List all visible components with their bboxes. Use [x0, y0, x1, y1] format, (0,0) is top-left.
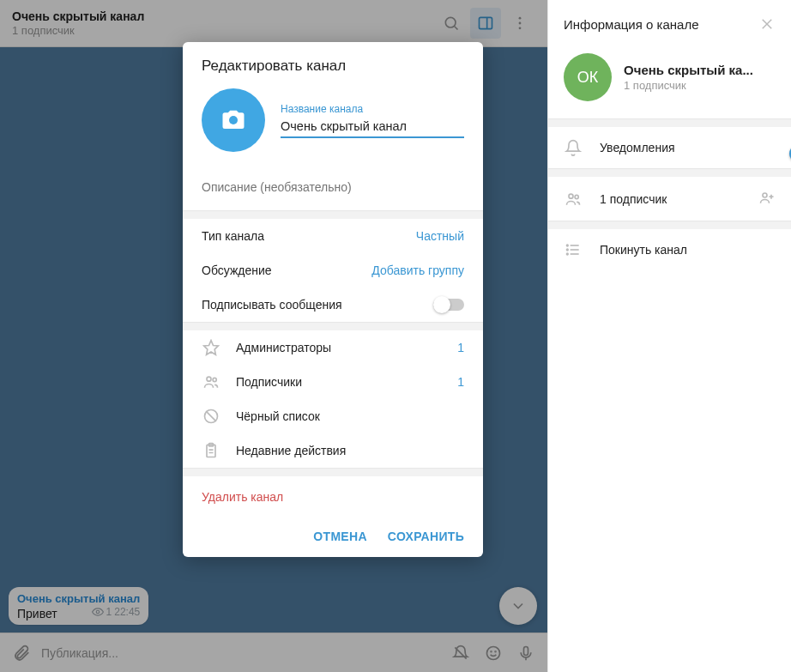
channel-name-input[interactable] — [281, 119, 464, 138]
discussion-label: Обсуждение — [202, 263, 272, 277]
ban-icon — [202, 408, 220, 425]
sign-messages-toggle[interactable] — [433, 299, 464, 311]
notifications-label: Уведомления — [600, 141, 675, 154]
people-icon — [202, 373, 220, 390]
clipboard-icon — [202, 442, 220, 459]
sidebar-channel-name: Очень скрытый ка... — [624, 63, 776, 77]
star-icon — [202, 339, 220, 356]
sidebar-title: Информация о канале — [564, 17, 698, 32]
svg-point-17 — [213, 378, 216, 381]
bell-icon — [564, 139, 583, 156]
blacklist-row[interactable]: Чёрный список — [183, 399, 483, 433]
blacklist-label: Чёрный список — [236, 409, 320, 423]
chat-area: Очень скрытый канал 1 подписчик Очень ск… — [0, 0, 547, 672]
recent-actions-label: Недавние действия — [236, 444, 346, 457]
delete-channel-button[interactable]: Удалить канал — [183, 476, 483, 518]
svg-line-19 — [206, 411, 216, 421]
svg-point-35 — [567, 249, 569, 251]
leave-channel-row[interactable]: Покинуть канал — [548, 229, 791, 270]
svg-point-16 — [207, 377, 211, 381]
camera-icon — [220, 107, 246, 133]
notifications-row[interactable]: Уведомления — [548, 127, 791, 168]
people-icon — [564, 191, 583, 208]
divider — [183, 210, 483, 219]
sign-messages-label: Подписывать сообщения — [202, 298, 342, 312]
channel-type-value: Частный — [416, 229, 464, 243]
svg-point-36 — [567, 253, 569, 255]
svg-point-28 — [763, 193, 767, 197]
divider — [548, 118, 791, 127]
divider — [183, 468, 483, 476]
modal-title: Редактировать канал — [183, 42, 483, 83]
svg-point-26 — [569, 194, 573, 198]
list-icon — [564, 241, 583, 258]
channel-name-label: Название канала — [281, 103, 464, 115]
channel-type-row[interactable]: Тип канала Частный — [183, 219, 483, 253]
discussion-value: Добавить группу — [371, 263, 464, 277]
recent-actions-row[interactable]: Недавние действия — [183, 433, 483, 468]
divider — [548, 168, 791, 177]
members-row[interactable]: 1 подписчик — [548, 177, 791, 221]
divider — [183, 322, 483, 330]
sidebar-subscriber-count: 1 подписчик — [624, 79, 776, 92]
subscribers-row[interactable]: Подписчики 1 — [183, 365, 483, 399]
cancel-button[interactable]: ОТМЕНА — [313, 530, 366, 543]
svg-point-27 — [575, 195, 578, 198]
add-member-icon[interactable] — [758, 189, 776, 209]
edit-channel-modal: Редактировать канал Название канала Тип … — [183, 42, 483, 557]
sign-messages-row[interactable]: Подписывать сообщения — [183, 288, 483, 322]
svg-point-34 — [567, 245, 569, 246]
divider — [548, 221, 791, 229]
administrators-label: Администраторы — [236, 341, 331, 354]
discussion-row[interactable]: Обсуждение Добавить группу — [183, 253, 483, 288]
channel-type-label: Тип канала — [202, 229, 264, 243]
channel-description-input[interactable] — [202, 180, 464, 194]
svg-marker-15 — [204, 341, 219, 355]
close-icon[interactable] — [757, 14, 777, 34]
svg-point-14 — [229, 116, 238, 124]
avatar: ОК — [564, 53, 612, 101]
administrators-count: 1 — [457, 341, 464, 354]
leave-channel-label: Покинуть канал — [600, 243, 687, 257]
save-button[interactable]: СОХРАНИТЬ — [388, 530, 464, 543]
administrators-row[interactable]: Администраторы 1 — [183, 330, 483, 365]
subscribers-label: Подписчики — [236, 375, 302, 389]
subscribers-count: 1 — [457, 375, 464, 389]
members-label: 1 подписчик — [600, 192, 667, 206]
sidebar-profile[interactable]: ОК Очень скрытый ка... 1 подписчик — [548, 46, 791, 118]
channel-photo-button[interactable] — [202, 88, 265, 152]
channel-info-sidebar: Информация о канале ОК Очень скрытый ка.… — [547, 0, 791, 672]
